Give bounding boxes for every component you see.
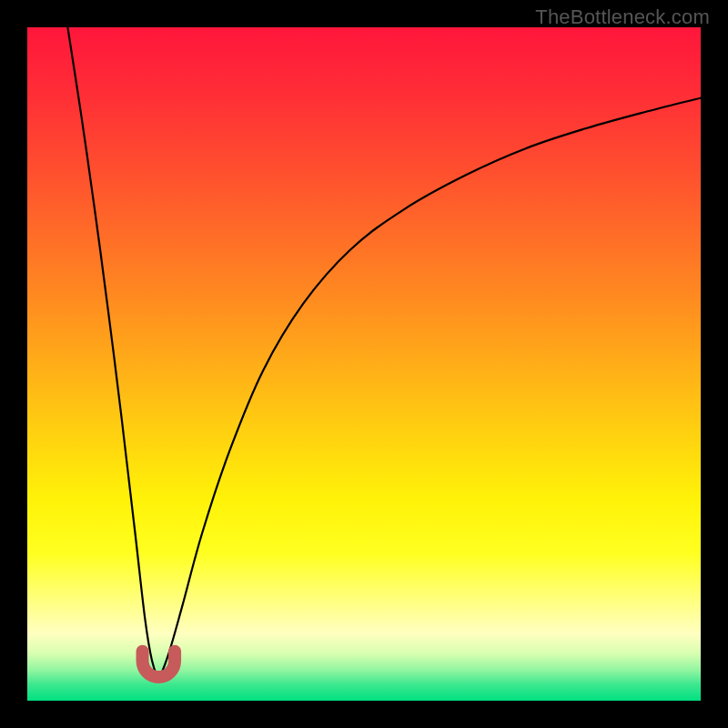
plot-svg [27, 27, 701, 701]
outer-frame: TheBottleneck.com [0, 0, 728, 728]
gradient-background [27, 27, 701, 701]
watermark-text: TheBottleneck.com [535, 5, 710, 29]
plot-area [27, 27, 701, 701]
